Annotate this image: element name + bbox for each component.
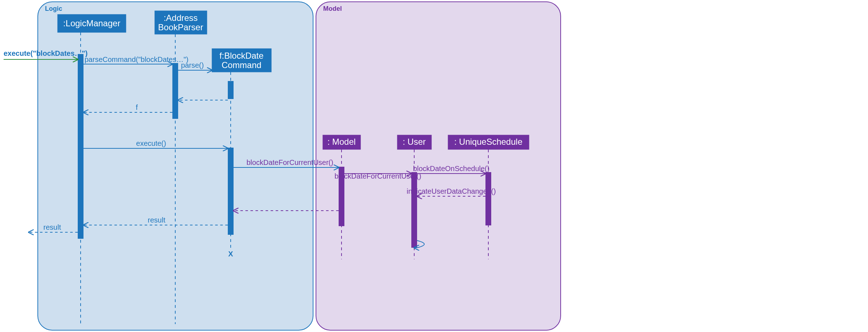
msg-blockdateonschedule-label: blockDateOnSchedule()	[413, 165, 489, 172]
activation-user	[411, 172, 417, 248]
activation-uniqueschedule	[485, 172, 491, 225]
frame-logic-label: Logic	[45, 5, 62, 12]
activation-logicmanager	[78, 54, 83, 239]
msg-execute-cmd-label: execute()	[136, 139, 166, 147]
msg-parsecommand-label: parseCommand("blockDates…")	[85, 55, 189, 63]
activation-blockdatecmd-2	[228, 148, 234, 235]
activation-addressparser	[172, 63, 178, 119]
msg-result2-label: result	[44, 223, 61, 231]
msg-blockdate1-label: blockDateForCurrentUser()	[247, 158, 333, 166]
lifeline-user-label: : User	[403, 137, 426, 147]
lifeline-addressparser-label2: BookParser	[158, 22, 203, 32]
sequence-diagram: Logic Model :LogicManager :Address BookP…	[0, 0, 868, 332]
frame-model-label: Model	[323, 5, 342, 12]
lifeline-model-label: : Model	[327, 137, 356, 147]
activation-blockdatecmd-1	[228, 81, 234, 99]
msg-result1-label: result	[148, 216, 166, 224]
lifeline-logicmanager-label: :LogicManager	[63, 18, 121, 28]
destroy-x: X	[228, 250, 233, 258]
msg-indicate-label: indicateUserDataChanged()	[407, 187, 496, 195]
lifeline-addressparser-label1: :Address	[164, 13, 198, 23]
msg-blockdate2-label: blockDateForCurrentUser()	[334, 172, 421, 180]
lifeline-blockdatecmd-label2: Command	[222, 60, 262, 70]
lifeline-uniqueschedule-label: : UniqueSchedule	[454, 137, 522, 147]
msg-execute-in-label: execute("blockDates…")	[4, 49, 88, 57]
lifeline-blockdatecmd-label1: f:BlockDate	[220, 51, 264, 60]
msg-return-f-label: f	[136, 103, 138, 111]
msg-parse-label: parse()	[181, 61, 204, 69]
